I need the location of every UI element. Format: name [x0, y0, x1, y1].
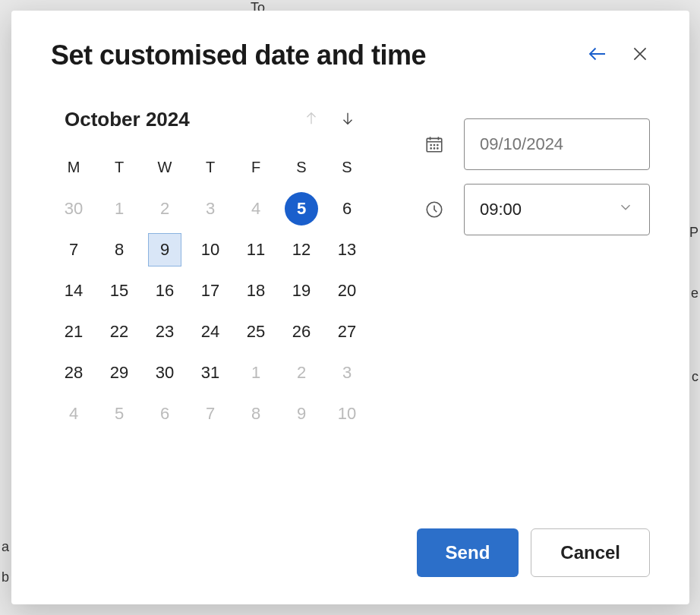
date-input[interactable]: 09/10/2024	[464, 118, 650, 170]
next-month-icon[interactable]	[339, 110, 356, 130]
dialog-title: Set customised date and time	[51, 39, 426, 71]
day-header: T	[96, 147, 142, 188]
day-cell[interactable]: 6	[142, 393, 188, 434]
day-number: 3	[206, 199, 215, 219]
back-arrow-icon[interactable]	[586, 43, 609, 68]
day-cell[interactable]: 8	[96, 229, 142, 270]
day-number: 23	[156, 322, 174, 342]
day-cell[interactable]: 13	[324, 229, 370, 270]
close-icon[interactable]	[630, 44, 650, 67]
day-cell[interactable]: 21	[51, 311, 96, 352]
day-cell[interactable]: 7	[188, 393, 233, 434]
day-cell[interactable]: 24	[188, 311, 233, 352]
day-number: 8	[251, 404, 260, 424]
day-cell[interactable]: 19	[279, 270, 324, 311]
svg-point-1	[430, 145, 431, 146]
dialog-footer: Send Cancel	[417, 528, 650, 577]
clock-icon	[423, 198, 446, 221]
day-cell[interactable]: 3	[188, 188, 233, 229]
day-number: 30	[156, 363, 174, 383]
day-number: 28	[65, 363, 83, 383]
day-number: 20	[338, 281, 356, 301]
day-number: 22	[110, 322, 128, 342]
day-cell[interactable]: 27	[324, 311, 370, 352]
content-area: October 2024 MTWTFSS30123456789101112131…	[51, 108, 650, 434]
day-number: 4	[69, 404, 78, 424]
day-cell[interactable]: 17	[188, 270, 233, 311]
day-number: 15	[110, 281, 128, 301]
calendar-nav	[303, 110, 356, 130]
backdrop-a: a	[2, 539, 9, 555]
day-cell[interactable]: 25	[233, 311, 279, 352]
day-cell[interactable]: 4	[51, 393, 96, 434]
day-cell[interactable]: 9	[142, 229, 188, 270]
day-number: 9	[297, 404, 306, 424]
day-header: T	[188, 147, 233, 188]
backdrop-p: P	[689, 225, 698, 241]
day-cell[interactable]: 10	[188, 229, 233, 270]
day-cell[interactable]: 20	[324, 270, 370, 311]
day-number: 7	[206, 404, 215, 424]
day-cell[interactable]: 28	[51, 352, 96, 393]
day-cell[interactable]: 5	[279, 188, 324, 229]
day-cell[interactable]: 30	[51, 188, 96, 229]
day-cell[interactable]: 4	[233, 188, 279, 229]
day-number: 10	[201, 240, 219, 260]
backdrop-c: c	[692, 369, 698, 385]
day-header: M	[51, 147, 96, 188]
day-cell[interactable]: 11	[233, 229, 279, 270]
day-number: 26	[292, 322, 311, 342]
day-number: 12	[292, 240, 311, 260]
svg-point-2	[434, 145, 434, 146]
day-cell[interactable]: 29	[96, 352, 142, 393]
day-number: 5	[115, 404, 124, 424]
day-cell[interactable]: 15	[96, 270, 142, 311]
calendar-icon	[423, 133, 446, 156]
day-cell[interactable]: 5	[96, 393, 142, 434]
day-cell[interactable]: 8	[233, 393, 279, 434]
day-cell[interactable]: 26	[279, 311, 324, 352]
day-cell[interactable]: 9	[279, 393, 324, 434]
day-number: 17	[201, 281, 219, 301]
day-cell[interactable]: 16	[142, 270, 188, 311]
day-cell[interactable]: 2	[279, 352, 324, 393]
month-year-label[interactable]: October 2024	[65, 108, 190, 131]
day-number: 24	[201, 322, 219, 342]
backdrop-e: e	[691, 285, 698, 301]
time-select-value: 09:00	[480, 200, 522, 219]
day-number: 21	[65, 322, 83, 342]
day-number: 8	[115, 240, 124, 260]
day-number: 2	[297, 363, 306, 383]
day-cell[interactable]: 6	[324, 188, 370, 229]
day-number: 14	[65, 281, 83, 301]
day-header: S	[279, 147, 324, 188]
day-number: 18	[247, 281, 265, 301]
day-cell[interactable]: 22	[96, 311, 142, 352]
day-header: F	[233, 147, 279, 188]
day-number: 9	[160, 240, 169, 260]
day-cell[interactable]: 30	[142, 352, 188, 393]
day-cell[interactable]: 12	[279, 229, 324, 270]
day-cell[interactable]: 2	[142, 188, 188, 229]
day-number: 27	[338, 322, 356, 342]
day-cell[interactable]: 10	[324, 393, 370, 434]
day-number: 30	[65, 199, 83, 219]
backdrop-b: b	[2, 569, 9, 585]
day-cell[interactable]: 14	[51, 270, 96, 311]
day-number: 25	[247, 322, 265, 342]
day-cell[interactable]: 23	[142, 311, 188, 352]
day-number: 1	[115, 199, 124, 219]
day-cell[interactable]: 1	[96, 188, 142, 229]
day-cell[interactable]: 7	[51, 229, 96, 270]
day-header: W	[142, 147, 188, 188]
calendar-grid: MTWTFSS301234567891011121314151617181920…	[51, 147, 370, 434]
day-number: 6	[342, 199, 352, 219]
day-cell[interactable]: 1	[233, 352, 279, 393]
day-cell[interactable]: 3	[324, 352, 370, 393]
send-button[interactable]: Send	[417, 528, 519, 577]
cancel-button[interactable]: Cancel	[531, 528, 650, 577]
calendar-panel: October 2024 MTWTFSS30123456789101112131…	[51, 108, 370, 434]
day-cell[interactable]: 18	[233, 270, 279, 311]
time-select[interactable]: 09:00	[464, 184, 650, 235]
day-cell[interactable]: 31	[188, 352, 233, 393]
